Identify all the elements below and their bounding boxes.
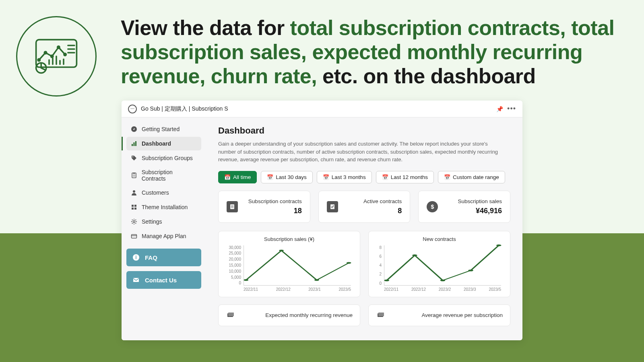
more-icon[interactable]: ••• [507,105,516,113]
svg-point-53 [412,254,417,256]
faq-label: FAQ [145,254,157,261]
svg-rect-22 [133,173,135,174]
hero-text-pre: View the data for [121,16,290,39]
svg-point-4 [58,46,60,48]
chart-plot [244,245,351,286]
svg-rect-18 [134,142,135,146]
stat-label: Subscription contracts [245,198,302,204]
pin-icon[interactable]: 📌 [496,106,503,112]
money-stack-icon [226,311,235,320]
svg-point-3 [51,55,53,57]
calendar-icon: 📅 [382,174,388,180]
date-filter-label: Custom date range [453,174,499,180]
svg-rect-29 [134,208,136,210]
page-description: Gain a deeper understanding of your subs… [218,140,500,164]
date-filter-custom[interactable]: 📅 Custom date range [438,171,505,183]
svg-point-51 [347,262,351,263]
date-filter-label: Last 3 months [332,174,366,180]
stat-label: Subscription sales [445,198,502,204]
tag-icon [130,154,138,162]
titlebar: 〰 Go Sub | 定期購入 | Subscription S 📌 ••• [122,101,522,117]
contact-label: Contact Us [145,277,177,284]
chart-card-mrr: Expected monthly recurring revenue [218,304,360,326]
svg-rect-27 [134,205,136,207]
card-icon [130,232,138,240]
date-filter-last-30-days[interactable]: 📅 Last 30 days [261,171,313,183]
svg-point-2 [44,51,46,53]
stat-value: 8 [345,207,402,215]
chart-area: 8 6 4 2 0 [375,245,504,294]
svg-point-49 [279,249,284,251]
svg-point-56 [496,244,502,246]
calendar-icon: 📅 [444,174,450,180]
stat-card-subscription-sales: $ Subscription sales ¥46,916 [418,191,510,223]
sidebar-item-subscription-groups[interactable]: Subscription Groups [126,151,201,165]
sidebar-item-label: Dashboard [142,140,171,147]
layout-icon [130,204,138,211]
calendar-icon: 📅 [224,174,231,180]
svg-point-30 [133,221,135,223]
svg-rect-60 [378,313,384,316]
sidebar-item-settings[interactable]: Settings [126,215,201,228]
person-icon [130,189,138,196]
svg-rect-58 [228,313,234,316]
sidebar-item-label: Getting Started [142,126,180,132]
date-filter-label: Last 30 days [276,174,307,180]
compass-icon [130,125,138,133]
sidebar-item-label: Subscription Contracts [142,169,197,182]
info-icon: i [132,253,140,261]
bar-chart-icon [130,140,138,147]
contact-us-button[interactable]: Contact Us [126,271,201,289]
money-stack-icon [376,311,386,320]
sidebar-item-getting-started[interactable]: Getting Started [126,122,201,136]
sidebar-item-manage-app-plan[interactable]: Manage App Plan [126,229,201,243]
svg-line-38 [136,220,136,220]
date-filter-row: 📅 All time 📅 Last 30 days 📅 Last 3 month… [218,171,510,183]
svg-text:i: i [135,255,136,260]
chart-title: New contracts [375,236,504,242]
chart-plot [384,245,501,286]
svg-point-5 [64,53,66,56]
faq-button[interactable]: i FAQ [126,249,201,266]
svg-point-1 [38,59,40,61]
date-filter-label: Last 12 months [391,174,428,180]
sidebar-item-customers[interactable]: Customers [126,186,201,200]
sidebar-item-label: Customers [142,189,169,196]
svg-point-25 [133,190,135,193]
date-filter-last-12-months[interactable]: 📅 Last 12 months [376,171,434,183]
stat-label: Active contracts [345,198,402,204]
stat-card-active-contracts: Active contracts 8 [318,191,411,223]
svg-point-55 [468,269,473,271]
clipboard-check-icon [327,201,338,212]
chart-title: Subscription sales (¥) [225,236,353,242]
sidebar-item-dashboard[interactable]: Dashboard [126,137,201,150]
chart-card-new-contracts: New contracts 8 6 4 2 0 [368,231,510,297]
calendar-icon: 📅 [267,174,273,180]
analytics-icon [34,38,78,74]
app-window: 〰 Go Sub | 定期購入 | Subscription S 📌 ••• G… [122,101,522,340]
chart-x-axis: 2022/11 2022/12 2023/2 2023/3 2023/5 [384,287,501,294]
hero-text-post: etc. on the dashboard [322,64,536,88]
chart-row-2: Expected monthly recurring revenue Avera… [218,304,510,326]
date-filter-label: All time [233,174,251,180]
chart-x-axis: 2022/11 2022/12 2023/1 2023/5 [244,287,351,294]
chart-y-axis: 8 6 4 2 0 [375,245,382,286]
svg-line-35 [132,220,133,220]
svg-point-20 [132,156,133,157]
chart-area: 30,000 25,000 20,000 15,000 10,000 5,000… [225,245,353,294]
hero-headline: View the data for total subscription con… [121,16,620,88]
svg-rect-44 [230,204,234,209]
sidebar-item-label: Settings [142,218,162,225]
sidebar-item-theme-installation[interactable]: Theme Installation [126,200,201,214]
chart-card-arps: Average revenue per subscription [368,304,510,326]
svg-point-48 [244,279,248,280]
date-filter-last-3-months[interactable]: 📅 Last 3 months [317,171,372,183]
stat-value: ¥46,916 [445,207,502,215]
svg-line-37 [132,223,133,224]
chart-title: Average revenue per subscription [392,312,503,318]
date-filter-all-time[interactable]: 📅 All time [218,171,257,183]
sidebar-item-subscription-contracts[interactable]: Subscription Contracts [126,166,201,185]
svg-point-50 [314,279,319,280]
svg-point-54 [440,279,446,281]
gear-icon [130,218,138,225]
